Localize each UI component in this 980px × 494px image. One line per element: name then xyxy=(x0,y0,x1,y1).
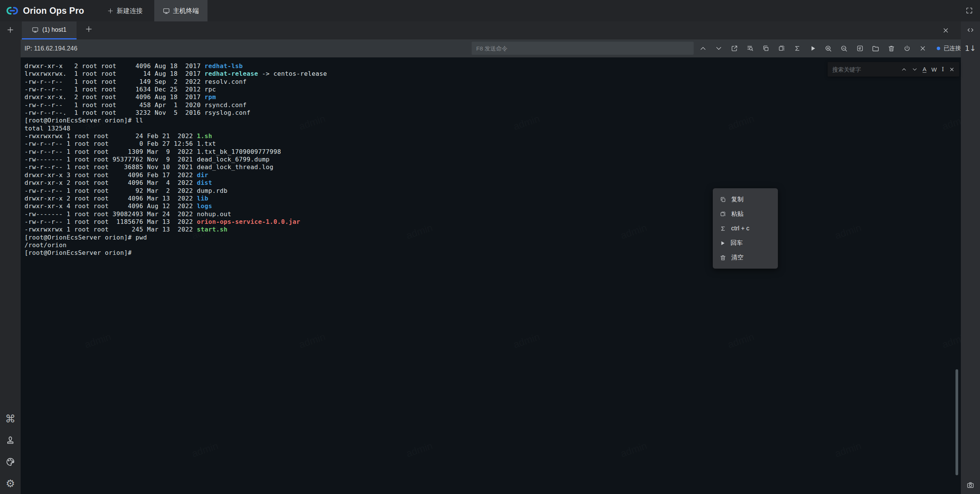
search-prev-icon[interactable] xyxy=(901,67,907,72)
context-paste-label: 粘贴 xyxy=(731,210,743,218)
context-copy[interactable]: 复制 xyxy=(713,192,778,207)
terminal-line: -rw-r--r-- 1 root root 1634 Dec 25 2012 … xyxy=(24,86,959,93)
terminal-line: -rw-r--r-- 1 root root 458 Apr 1 2020 rs… xyxy=(24,101,959,109)
send-command-input[interactable] xyxy=(472,42,694,55)
terminal-line: drwxr-xr-x 2 root root 4096 Mar 4 2022 d… xyxy=(24,179,959,187)
search-next-icon[interactable] xyxy=(912,67,918,72)
terminal-search-box: A W I xyxy=(828,62,959,77)
monitor-icon xyxy=(163,7,170,15)
terminal-line: drwxr-xr-x. 2 root root 4096 Aug 18 2017… xyxy=(24,93,959,101)
left-sidebar: ⌘ ⚙ xyxy=(0,21,21,494)
line-feed-icon[interactable]: 1↓ xyxy=(965,44,976,53)
clear-trash-icon[interactable] xyxy=(887,45,895,52)
app-title: Orion Ops Pro xyxy=(23,6,84,16)
plus-icon xyxy=(107,8,114,14)
search-log-icon[interactable] xyxy=(746,45,754,52)
context-ctrl-c-label: ctrl + c xyxy=(731,225,750,232)
close-terminal-icon[interactable] xyxy=(919,45,926,52)
settings-gear-icon[interactable]: ⚙ xyxy=(6,478,15,489)
terminal-line: [root@OrionEcsServer orion]# ll xyxy=(24,117,959,124)
terminal-line: -rw-r--r--. 1 root root 3232 Nov 5 2016 … xyxy=(24,109,959,117)
menu-new-connection[interactable]: 新建连接 xyxy=(99,0,151,21)
terminal-line: -rw-r--r-- 1 root root 92 Mar 2 2022 dum… xyxy=(24,187,959,195)
terminal-tab-bar: (1) host1 xyxy=(21,21,961,39)
trash-icon xyxy=(720,254,726,261)
menu-new-connection-label: 新建连接 xyxy=(117,7,143,15)
run-play-icon[interactable] xyxy=(809,45,817,52)
close-panel-icon[interactable] xyxy=(942,26,949,34)
search-input[interactable] xyxy=(828,66,901,73)
copy-icon[interactable] xyxy=(762,45,769,52)
screenshot-camera-icon[interactable] xyxy=(967,481,974,489)
scroll-up-icon[interactable] xyxy=(699,45,707,52)
shortcut-command-icon[interactable]: ⌘ xyxy=(5,414,16,424)
terminal-line: /root/orion xyxy=(24,241,959,249)
code-editor-icon[interactable] xyxy=(856,45,864,52)
terminal-line: drwxr-xr-x 2 root root 4096 Aug 18 2017 … xyxy=(24,62,959,70)
menu-host-terminal[interactable]: 主机终端 xyxy=(154,0,207,21)
play-icon xyxy=(720,240,725,246)
plus-icon xyxy=(7,26,14,34)
tab-host1-label: (1) host1 xyxy=(42,26,66,33)
context-enter-label: 回车 xyxy=(730,239,743,247)
monitor-icon xyxy=(32,26,39,33)
terminal-line: -rw------- 1 root root 39082493 Mar 24 2… xyxy=(24,210,959,218)
status-dot xyxy=(937,47,940,50)
host-ip-label: IP: 116.62.194.246 xyxy=(24,45,77,52)
orion-logo-icon xyxy=(6,5,18,17)
terminal-line: -rw------- 1 root root 95377762 Nov 9 20… xyxy=(24,156,959,163)
terminal-line: -rw-r--r-- 1 root root 149 Sep 2 2022 re… xyxy=(24,78,959,86)
copy-icon xyxy=(720,196,726,203)
search-close-icon[interactable] xyxy=(949,67,955,72)
terminal-scrollbar[interactable] xyxy=(956,369,958,475)
terminal-line: [root@OrionEcsServer orion]# pwd xyxy=(24,234,959,241)
context-clear[interactable]: 清空 xyxy=(713,250,778,265)
terminal-line: drwxr-xr-x 4 root root 4096 Aug 12 2022 … xyxy=(24,202,959,210)
terminal-line: -rwxrwxrwx 1 root root 245 Mar 13 2022 s… xyxy=(24,226,959,233)
zoom-out-icon[interactable] xyxy=(840,45,848,52)
context-paste[interactable]: 粘贴 xyxy=(713,207,778,221)
status-label: 已连接 xyxy=(944,45,961,52)
terminal-toolbar: IP: 116.62.194.246 xyxy=(21,39,961,57)
fullscreen-icon[interactable] xyxy=(965,7,973,14)
theme-palette-icon[interactable] xyxy=(5,457,15,467)
regex-toggle[interactable]: I xyxy=(942,67,944,72)
open-new-window-icon[interactable] xyxy=(730,45,738,52)
new-tab-button[interactable] xyxy=(85,25,93,33)
terminal-line: -rw-r--r-- 1 root root 36885 Nov 10 2021… xyxy=(24,163,959,171)
context-copy-label: 复制 xyxy=(731,196,743,204)
terminal-line: -rw-r--r-- 1 root root 1185676 Mar 13 20… xyxy=(24,218,959,226)
connection-status: 已连接 xyxy=(937,45,961,52)
terminal-output[interactable]: drwxr-xr-x 2 root root 4096 Aug 18 2017 … xyxy=(21,57,959,494)
add-terminal-button[interactable] xyxy=(7,26,14,34)
zoom-in-icon[interactable] xyxy=(825,45,832,52)
terminal-line: -rw-r--r-- 1 root root 1309 Mar 9 2022 1… xyxy=(24,148,959,156)
terminal-line: drwxr-xr-x 2 root root 4096 Mar 13 2022 … xyxy=(24,195,959,202)
sigma-icon xyxy=(720,225,726,232)
menu-host-terminal-label: 主机终端 xyxy=(173,7,199,15)
scroll-down-icon[interactable] xyxy=(715,45,722,52)
tab-host1[interactable]: (1) host1 xyxy=(22,21,77,39)
terminal-line: drwxr-xr-x 3 root root 4096 Feb 17 2022 … xyxy=(24,171,959,179)
whole-word-toggle[interactable]: W xyxy=(931,67,937,72)
terminal-line: -rwxrwxrwx 1 root root 24 Feb 21 2022 1.… xyxy=(24,132,959,140)
app-window: Orion Ops Pro 新建连接 主机终端 ⌘ xyxy=(0,0,980,494)
terminal-line: lrwxrwxrwx. 1 root root 14 Aug 18 2017 r… xyxy=(24,70,959,78)
code-snippet-icon[interactable] xyxy=(967,26,974,34)
context-ctrl-c[interactable]: ctrl + c xyxy=(713,221,778,236)
match-case-toggle[interactable]: A xyxy=(923,66,926,73)
terminal-context-menu: 复制 粘贴 ctrl + c 回车 清空 xyxy=(713,188,778,269)
top-app-bar: Orion Ops Pro 新建连接 主机终端 xyxy=(0,0,980,21)
plus-icon xyxy=(85,25,93,33)
right-sidebar: 1↓ xyxy=(961,21,980,494)
terminal-line: -rw-r--r-- 1 root root 0 Feb 27 12:56 1.… xyxy=(24,140,959,148)
stamp-icon[interactable] xyxy=(5,435,15,445)
power-disconnect-icon[interactable] xyxy=(903,45,911,52)
sigma-icon[interactable] xyxy=(793,45,801,52)
context-enter[interactable]: 回车 xyxy=(713,236,778,250)
paste-icon[interactable] xyxy=(777,45,785,52)
terminal-line: total 132548 xyxy=(24,125,959,132)
sftp-folder-icon[interactable] xyxy=(872,45,879,52)
terminal-line: [root@OrionEcsServer orion]# xyxy=(24,249,959,257)
paste-icon xyxy=(720,211,726,217)
